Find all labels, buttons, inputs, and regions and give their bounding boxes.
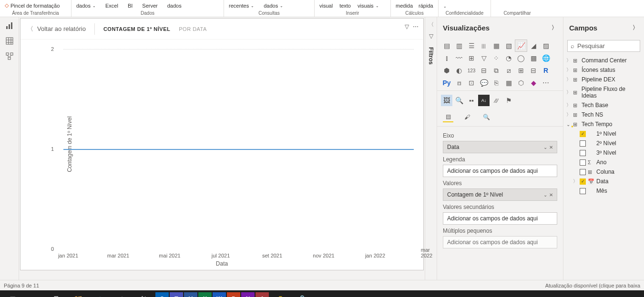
fields-search-input[interactable]: ⌕ Pesquisar: [567, 40, 640, 52]
qa-icon[interactable]: 💬: [478, 77, 490, 89]
stacked-area-icon[interactable]: ▨: [540, 40, 552, 51]
store-icon[interactable]: 🛍: [133, 290, 154, 297]
area-chart-icon[interactable]: ◢: [528, 40, 539, 51]
group-icon[interactable]: ⫻: [491, 95, 502, 106]
security-icon[interactable]: 🔒: [292, 290, 313, 297]
table-tech-ns[interactable]: 〉⊞Tech NS: [563, 110, 644, 119]
chevron-right-icon[interactable]: 〉: [552, 24, 557, 32]
multiples-well[interactable]: Adicionar os campos de dados aqui: [443, 236, 557, 248]
chevron-right-icon[interactable]: 〉: [633, 24, 638, 32]
r-visual-icon[interactable]: R: [540, 65, 552, 76]
word-icon[interactable]: W: [213, 292, 226, 297]
ribbon-chart-icon[interactable]: 〰: [453, 52, 465, 64]
powerapps-icon[interactable]: ◆: [528, 77, 539, 89]
remove-icon[interactable]: ✕: [549, 145, 553, 150]
powerpoint-icon[interactable]: P: [227, 292, 240, 297]
ribbon-rapida[interactable]: rápida: [419, 3, 433, 10]
sort-icon[interactable]: A↓: [478, 95, 490, 106]
treemap-icon[interactable]: ▩: [528, 52, 539, 64]
visual-canvas[interactable]: 〈 Voltar ao relatório CONTAGEM DE 1º NÍV…: [20, 18, 424, 270]
field-2-nivel[interactable]: 2º Nível: [577, 139, 644, 148]
slicer-icon[interactable]: ⧄: [503, 65, 514, 76]
format-tab-icon[interactable]: 🖌: [462, 112, 472, 122]
ribbon-dados2[interactable]: dados: [167, 3, 182, 10]
narrative-icon[interactable]: ⎘: [491, 77, 502, 89]
access-icon[interactable]: A: [256, 292, 269, 297]
field-1-nivel[interactable]: ✓1º Nível: [577, 129, 644, 139]
report-view-icon[interactable]: [5, 21, 14, 30]
scatter-icon[interactable]: ⁘: [491, 52, 502, 64]
drill-icon[interactable]: ▪▪: [466, 95, 477, 106]
data-view-icon[interactable]: [5, 36, 14, 46]
ribbon-medida[interactable]: medida: [396, 3, 413, 10]
ribbon-server[interactable]: Server: [142, 3, 157, 10]
chevron-down-icon[interactable]: ⌄: [543, 192, 547, 198]
ribbon-visual[interactable]: visual: [319, 3, 333, 10]
start-button[interactable]: ⊞: [2, 290, 23, 297]
checkbox-icon[interactable]: [580, 150, 586, 156]
paginated-icon[interactable]: ▦: [503, 77, 514, 89]
checkbox-icon[interactable]: [580, 140, 586, 147]
clustered-bar-icon[interactable]: ☰: [466, 40, 477, 51]
python-visual-icon[interactable]: Py: [441, 77, 452, 89]
checkbox-icon[interactable]: ✓: [580, 178, 586, 185]
ribbon-dados[interactable]: dados⌄: [76, 3, 96, 10]
100-bar-icon[interactable]: ▦: [491, 40, 502, 51]
line-chart-icon[interactable]: 📈: [515, 40, 527, 51]
key-influencers-icon[interactable]: ⧈: [453, 77, 465, 89]
table-command-center[interactable]: 〉⊞Command Center: [563, 56, 644, 65]
gauge-icon[interactable]: ◐: [453, 65, 465, 76]
explorer-icon[interactable]: 📁: [68, 290, 89, 297]
ribbon-dados3[interactable]: dados⌄: [264, 3, 283, 10]
line-column-icon[interactable]: ⫿: [441, 52, 452, 64]
field-3-nivel[interactable]: 3º Nível: [577, 148, 644, 158]
100-column-icon[interactable]: ▧: [503, 40, 514, 51]
table-pipeline-dex[interactable]: 〉⊞Pipeline DEX: [563, 75, 644, 84]
search-button[interactable]: ○: [24, 290, 45, 297]
table-icones-status[interactable]: 〉⊞Ícones status: [563, 65, 644, 75]
field-coluna[interactable]: ⊞Coluna: [577, 167, 644, 177]
excel-icon[interactable]: X: [198, 292, 212, 297]
chevron-left-icon[interactable]: 〈: [429, 21, 434, 28]
visio-icon[interactable]: V: [184, 292, 197, 297]
more-visuals-icon[interactable]: ⋯: [540, 77, 552, 89]
update-notice[interactable]: Atualização disponível (clique para baix…: [545, 283, 640, 288]
donut-icon[interactable]: ◯: [515, 52, 527, 64]
arcgis-icon[interactable]: ⬡: [515, 77, 527, 89]
onenote-icon[interactable]: N: [241, 292, 255, 297]
decomposition-icon[interactable]: ⊡: [466, 77, 477, 89]
ribbon-visuais[interactable]: visuais⌄: [358, 3, 379, 10]
field-ano[interactable]: ΣAno: [577, 158, 644, 167]
waterfall-icon[interactable]: ⊞: [466, 52, 477, 64]
flag-icon[interactable]: ⚑: [503, 95, 514, 106]
pie-icon[interactable]: ◔: [503, 52, 514, 64]
field-data[interactable]: 〉✓📅Data: [577, 177, 644, 186]
ribbon-recentes[interactable]: recentes⌄: [229, 3, 254, 10]
ribbon-texto[interactable]: texto: [339, 3, 351, 10]
table-icon[interactable]: ⊞: [515, 65, 527, 76]
legend-well[interactable]: Adicionar os campos de dados aqui: [443, 165, 557, 177]
card-icon[interactable]: 123: [466, 65, 477, 76]
chevron-down-icon[interactable]: ⌄: [543, 145, 547, 150]
format-painter-button[interactable]: ◇Pincel de formatação: [5, 2, 66, 10]
teams-icon[interactable]: T: [170, 292, 183, 297]
back-to-report-button[interactable]: 〈 Voltar ao relatório: [27, 25, 86, 33]
filter-icon[interactable]: ▽: [405, 23, 409, 30]
checkbox-icon[interactable]: [580, 188, 586, 194]
table-pipeline-fluxo[interactable]: 〉⊞Pipeline Fluxo de Ideias: [563, 84, 644, 100]
image-icon[interactable]: 🖼: [441, 95, 452, 106]
chrome-icon[interactable]: ◉: [112, 290, 133, 297]
kpi-icon[interactable]: ⧉: [491, 65, 502, 76]
more-icon[interactable]: ⋯: [413, 23, 419, 30]
filters-pane-collapsed[interactable]: 〈 ▽ Filtros: [425, 17, 437, 280]
model-view-icon[interactable]: [5, 51, 14, 61]
remove-icon[interactable]: ✕: [549, 192, 553, 198]
field-mes[interactable]: Mês: [577, 186, 644, 196]
secondary-well[interactable]: Adicionar os campos de dados aqui: [443, 212, 557, 225]
matrix-icon[interactable]: ⊟: [528, 65, 539, 76]
ribbon-bi[interactable]: BI: [128, 3, 133, 10]
outlook-icon[interactable]: O: [155, 292, 169, 297]
analytics-tab-icon[interactable]: 🔍: [481, 112, 491, 122]
page-indicator[interactable]: Página 9 de 11: [4, 283, 39, 288]
stacked-column-icon[interactable]: ▥: [453, 40, 465, 51]
